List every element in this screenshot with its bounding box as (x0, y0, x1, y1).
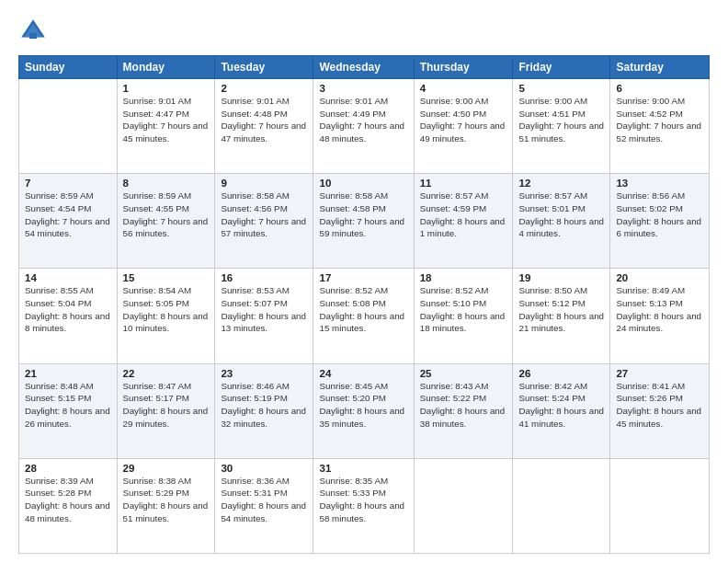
day-number: 19 (518, 272, 604, 283)
day-info: Sunrise: 9:01 AMSunset: 4:49 PMDaylight:… (319, 95, 407, 145)
calendar-cell: 21 Sunrise: 8:48 AMSunset: 5:15 PMDaylig… (19, 363, 118, 458)
day-number: 15 (123, 272, 210, 283)
calendar-cell: 4 Sunrise: 9:00 AMSunset: 4:50 PMDayligh… (414, 79, 513, 174)
day-info: Sunrise: 8:45 AMSunset: 5:20 PMDaylight:… (319, 380, 407, 431)
day-number: 23 (221, 368, 307, 379)
day-number: 7 (25, 178, 111, 189)
day-info: Sunrise: 9:01 AMSunset: 4:47 PMDaylight:… (123, 95, 210, 145)
calendar-cell: 23 Sunrise: 8:46 AMSunset: 5:19 PMDaylig… (215, 363, 313, 458)
day-info: Sunrise: 9:00 AMSunset: 4:52 PMDaylight:… (616, 95, 703, 145)
calendar-cell: 25 Sunrise: 8:43 AMSunset: 5:22 PMDaylig… (414, 363, 513, 458)
day-number: 29 (123, 463, 210, 474)
day-info: Sunrise: 9:00 AMSunset: 4:51 PMDaylight:… (518, 95, 604, 145)
calendar-cell: 13 Sunrise: 8:56 AMSunset: 5:02 PMDaylig… (610, 174, 710, 269)
calendar-day-header: Tuesday (215, 56, 313, 79)
day-info: Sunrise: 8:59 AMSunset: 4:55 PMDaylight:… (123, 190, 210, 240)
day-number: 11 (420, 178, 507, 189)
calendar-cell: 19 Sunrise: 8:50 AMSunset: 5:12 PMDaylig… (513, 269, 610, 363)
day-info: Sunrise: 8:39 AMSunset: 5:28 PMDaylight:… (25, 475, 111, 525)
day-number: 30 (221, 463, 307, 474)
calendar-cell: 8 Sunrise: 8:59 AMSunset: 4:55 PMDayligh… (117, 174, 215, 269)
day-info: Sunrise: 8:58 AMSunset: 4:58 PMDaylight:… (319, 190, 407, 240)
day-number: 21 (25, 368, 111, 379)
calendar-cell: 18 Sunrise: 8:52 AMSunset: 5:10 PMDaylig… (414, 269, 513, 363)
day-info: Sunrise: 8:52 AMSunset: 5:10 PMDaylight:… (420, 284, 507, 335)
calendar-cell (414, 458, 513, 553)
calendar-day-header: Thursday (414, 56, 513, 79)
day-number: 13 (616, 178, 703, 189)
day-info: Sunrise: 8:48 AMSunset: 5:15 PMDaylight:… (25, 380, 111, 431)
day-info: Sunrise: 9:01 AMSunset: 4:48 PMDaylight:… (221, 95, 307, 145)
calendar-day-header: Sunday (19, 56, 118, 79)
day-number: 14 (25, 272, 111, 283)
day-info: Sunrise: 8:50 AMSunset: 5:12 PMDaylight:… (518, 284, 604, 335)
day-number: 6 (616, 83, 703, 94)
calendar-cell: 1 Sunrise: 9:01 AMSunset: 4:47 PMDayligh… (117, 79, 215, 174)
calendar-cell: 2 Sunrise: 9:01 AMSunset: 4:48 PMDayligh… (215, 79, 313, 174)
calendar-week-row: 21 Sunrise: 8:48 AMSunset: 5:15 PMDaylig… (19, 363, 710, 458)
day-number: 10 (319, 178, 407, 189)
day-number: 25 (420, 368, 507, 379)
day-info: Sunrise: 8:52 AMSunset: 5:08 PMDaylight:… (319, 284, 407, 335)
calendar-week-row: 7 Sunrise: 8:59 AMSunset: 4:54 PMDayligh… (19, 174, 710, 269)
calendar-cell: 7 Sunrise: 8:59 AMSunset: 4:54 PMDayligh… (19, 174, 118, 269)
day-number: 12 (518, 178, 604, 189)
calendar-week-row: 1 Sunrise: 9:01 AMSunset: 4:47 PMDayligh… (19, 79, 710, 174)
day-info: Sunrise: 8:55 AMSunset: 5:04 PMDaylight:… (25, 284, 111, 335)
day-info: Sunrise: 8:53 AMSunset: 5:07 PMDaylight:… (221, 284, 307, 335)
calendar-cell: 27 Sunrise: 8:41 AMSunset: 5:26 PMDaylig… (610, 363, 710, 458)
calendar-cell: 17 Sunrise: 8:52 AMSunset: 5:08 PMDaylig… (313, 269, 414, 363)
calendar-cell: 3 Sunrise: 9:01 AMSunset: 4:49 PMDayligh… (313, 79, 414, 174)
calendar-cell: 29 Sunrise: 8:38 AMSunset: 5:29 PMDaylig… (117, 458, 215, 553)
day-number: 24 (319, 368, 407, 379)
calendar-cell: 20 Sunrise: 8:49 AMSunset: 5:13 PMDaylig… (610, 269, 710, 363)
calendar-cell: 15 Sunrise: 8:54 AMSunset: 5:05 PMDaylig… (117, 269, 215, 363)
calendar-cell: 22 Sunrise: 8:47 AMSunset: 5:17 PMDaylig… (117, 363, 215, 458)
day-info: Sunrise: 8:43 AMSunset: 5:22 PMDaylight:… (420, 380, 507, 431)
day-info: Sunrise: 8:47 AMSunset: 5:17 PMDaylight:… (123, 380, 210, 431)
day-number: 4 (420, 83, 507, 94)
day-number: 22 (123, 368, 210, 379)
day-info: Sunrise: 8:58 AMSunset: 4:56 PMDaylight:… (221, 190, 307, 240)
day-info: Sunrise: 8:59 AMSunset: 4:54 PMDaylight:… (25, 190, 111, 240)
day-number: 16 (221, 272, 307, 283)
day-number: 17 (319, 272, 407, 283)
calendar-cell: 28 Sunrise: 8:39 AMSunset: 5:28 PMDaylig… (19, 458, 118, 553)
calendar-cell: 9 Sunrise: 8:58 AMSunset: 4:56 PMDayligh… (215, 174, 313, 269)
day-info: Sunrise: 8:46 AMSunset: 5:19 PMDaylight:… (221, 380, 307, 431)
page: SundayMondayTuesdayWednesdayThursdayFrid… (0, 0, 728, 563)
day-number: 2 (221, 83, 307, 94)
calendar-day-header: Friday (513, 56, 610, 79)
day-number: 1 (123, 83, 210, 94)
day-number: 28 (25, 463, 111, 474)
day-info: Sunrise: 8:54 AMSunset: 5:05 PMDaylight:… (123, 284, 210, 335)
day-info: Sunrise: 8:49 AMSunset: 5:13 PMDaylight:… (616, 284, 703, 335)
calendar-cell: 31 Sunrise: 8:35 AMSunset: 5:33 PMDaylig… (313, 458, 414, 553)
calendar-day-header: Saturday (610, 56, 710, 79)
calendar-cell (513, 458, 610, 553)
day-number: 18 (420, 272, 507, 283)
calendar-cell: 24 Sunrise: 8:45 AMSunset: 5:20 PMDaylig… (313, 363, 414, 458)
calendar-cell: 16 Sunrise: 8:53 AMSunset: 5:07 PMDaylig… (215, 269, 313, 363)
day-number: 27 (616, 368, 703, 379)
calendar-header-row: SundayMondayTuesdayWednesdayThursdayFrid… (19, 56, 710, 79)
calendar-cell: 5 Sunrise: 9:00 AMSunset: 4:51 PMDayligh… (513, 79, 610, 174)
header (18, 17, 710, 46)
calendar-cell: 11 Sunrise: 8:57 AMSunset: 4:59 PMDaylig… (414, 174, 513, 269)
day-info: Sunrise: 8:57 AMSunset: 5:01 PMDaylight:… (518, 190, 604, 240)
day-info: Sunrise: 8:41 AMSunset: 5:26 PMDaylight:… (616, 380, 703, 431)
calendar-cell: 14 Sunrise: 8:55 AMSunset: 5:04 PMDaylig… (19, 269, 118, 363)
calendar-cell (610, 458, 710, 553)
calendar-day-header: Monday (117, 56, 215, 79)
day-info: Sunrise: 8:42 AMSunset: 5:24 PMDaylight:… (518, 380, 604, 431)
logo (18, 17, 51, 46)
day-info: Sunrise: 8:57 AMSunset: 4:59 PMDaylight:… (420, 190, 507, 240)
day-number: 3 (319, 83, 407, 94)
day-info: Sunrise: 8:38 AMSunset: 5:29 PMDaylight:… (123, 475, 210, 525)
calendar-week-row: 14 Sunrise: 8:55 AMSunset: 5:04 PMDaylig… (19, 269, 710, 363)
day-number: 9 (221, 178, 307, 189)
calendar-cell (19, 79, 118, 174)
day-number: 26 (518, 368, 604, 379)
day-info: Sunrise: 9:00 AMSunset: 4:50 PMDaylight:… (420, 95, 507, 145)
day-info: Sunrise: 8:35 AMSunset: 5:33 PMDaylight:… (319, 475, 407, 525)
